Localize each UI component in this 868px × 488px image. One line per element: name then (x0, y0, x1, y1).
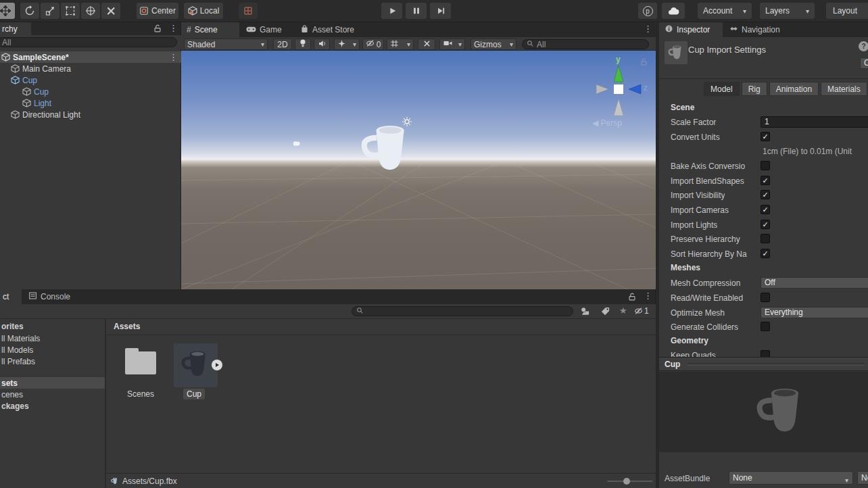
asset-item-cup-model[interactable] (174, 343, 218, 387)
tree-item-all-models[interactable]: ll Models (0, 344, 105, 356)
subtab-animation[interactable]: Animation (769, 82, 819, 96)
rotate-tool-button[interactable] (20, 3, 39, 19)
scene-tools-button[interactable] (418, 39, 435, 50)
thumbnail-size-slider[interactable] (607, 481, 652, 482)
subtab-model[interactable]: Model (704, 82, 740, 96)
tree-item-packages[interactable]: ckages (0, 400, 105, 412)
scene-grid-dropdown[interactable]: ▾ (387, 39, 414, 50)
hierarchy-item-scene[interactable]: SampleScene* ⋮ (0, 51, 181, 63)
slider-thumb[interactable] (623, 478, 630, 485)
preview-header[interactable]: Cup (659, 357, 868, 371)
mesh-compression-dropdown[interactable]: Off (761, 277, 868, 289)
scene-search-input[interactable]: All (522, 39, 649, 49)
perspective-label[interactable]: ◀ Persp (592, 118, 622, 128)
scene-menu-icon[interactable]: ⋮ (169, 53, 178, 62)
hierarchy-item-cup-prefab[interactable]: Cup (0, 74, 181, 86)
custom-tool-button[interactable] (101, 3, 120, 19)
scene-viewport[interactable]: y z ◀ Persp (181, 51, 656, 289)
asset-preview-area[interactable] (659, 372, 868, 452)
preview-title: Cup (665, 360, 680, 369)
readwrite-checkbox[interactable] (761, 293, 770, 302)
tab-inspector[interactable]: Inspector (659, 22, 723, 37)
hierarchy-item-cup-child[interactable]: Cup (0, 86, 181, 97)
pivot-center-button[interactable]: Center (137, 3, 178, 19)
expand-asset-icon[interactable] (212, 360, 222, 370)
scene-lighting-button[interactable] (295, 39, 311, 50)
tree-item-assets[interactable]: sets (0, 377, 105, 389)
asset-thumbnail[interactable] (665, 41, 688, 64)
2d-toggle-button[interactable]: 2D (273, 39, 292, 50)
asset-label-scenes[interactable]: Scenes (124, 389, 158, 399)
layers-dropdown[interactable]: Layers ▾ (760, 3, 815, 19)
grid-snap-button[interactable] (239, 3, 258, 19)
preserve-hierarchy-checkbox[interactable] (761, 234, 770, 243)
filter-by-type-icon[interactable] (580, 306, 590, 318)
pause-button[interactable] (406, 3, 427, 19)
scene-visibility-button[interactable]: 0 (362, 39, 384, 50)
open-button[interactable]: O (860, 57, 868, 69)
asset-label-cup[interactable]: Cup (183, 389, 205, 399)
import-cameras-checkbox[interactable]: ✓ (761, 205, 770, 214)
hierarchy-item-directional-light[interactable]: Directional Light (0, 109, 181, 120)
help-icon[interactable]: ? (859, 41, 868, 51)
scale-factor-field[interactable]: 1 (761, 116, 868, 128)
scale-tool-button[interactable] (41, 3, 59, 19)
pivot-local-button[interactable]: Local (184, 3, 223, 19)
layout-dropdown[interactable]: Layout (826, 3, 868, 19)
tab-asset-store[interactable]: Asset Store (295, 22, 369, 37)
import-lights-checkbox[interactable]: ✓ (761, 220, 770, 229)
hierarchy-item-light[interactable]: Light (0, 97, 181, 109)
cloud-services-button[interactable] (662, 3, 685, 19)
tab-navigation[interactable]: Navigation (724, 22, 792, 37)
tab-project[interactable]: ct (0, 289, 22, 304)
subtab-rig[interactable]: Rig (742, 82, 767, 96)
subtab-materials[interactable]: Materials (821, 82, 867, 96)
tree-item-scenes[interactable]: cenes (0, 389, 105, 400)
version-control-button[interactable]: p (638, 3, 657, 19)
asset-item-scenes-folder[interactable] (124, 347, 158, 391)
hidden-eye-icon[interactable] (634, 306, 644, 318)
scene-effects-dropdown[interactable]: ▾ (334, 39, 360, 50)
tree-item-all-prefabs[interactable]: ll Prefabs (0, 356, 105, 367)
scene-audio-button[interactable] (314, 39, 330, 50)
transform-tool-button[interactable] (81, 3, 100, 19)
shading-mode-dropdown[interactable]: Shaded ▾ (184, 39, 268, 50)
bake-axis-checkbox[interactable] (761, 161, 770, 170)
optimize-mesh-dropdown[interactable]: Everything (761, 307, 868, 318)
account-dropdown[interactable]: Account ▾ (698, 3, 752, 19)
hierarchy-menu-icon[interactable]: ⋮ (169, 24, 178, 32)
import-visibility-checkbox[interactable]: ✓ (761, 190, 770, 199)
tab-game[interactable]: Game (241, 22, 293, 37)
gizmo-lock-icon[interactable] (640, 57, 648, 68)
tab-console[interactable]: Console (23, 289, 81, 304)
assetbundle-variant-dropdown[interactable]: None (857, 471, 868, 485)
lock-icon[interactable] (153, 24, 162, 35)
scene-cup-model[interactable] (354, 122, 421, 178)
move-tool-button[interactable] (0, 3, 15, 19)
filter-by-label-icon[interactable] (600, 306, 610, 318)
camera-gizmo-icon[interactable] (292, 140, 302, 147)
assetbundle-dropdown[interactable]: None ▾ (729, 471, 853, 485)
scene-camera-dropdown[interactable]: ▾ (439, 39, 465, 50)
project-search-input[interactable] (352, 306, 573, 316)
project-menu-icon[interactable]: ⋮ (644, 292, 652, 300)
tab-hierarchy[interactable]: rchy (0, 22, 31, 35)
tree-item-all-materials[interactable]: ll Materials (0, 333, 105, 344)
assets-breadcrumb[interactable]: Assets (114, 322, 140, 331)
hierarchy-item-main-camera[interactable]: Main Camera (0, 63, 181, 74)
sort-hierarchy-checkbox[interactable]: ✓ (761, 249, 770, 258)
generate-colliders-checkbox[interactable] (761, 322, 770, 331)
import-blendshapes-checkbox[interactable]: ✓ (761, 176, 770, 185)
rect-tool-button[interactable] (61, 3, 80, 19)
tree-item-favorites[interactable]: orites (0, 320, 105, 332)
convert-units-checkbox[interactable]: ✓ (761, 132, 770, 141)
tab-scene[interactable]: # Scene (181, 22, 239, 37)
light-gizmo-icon[interactable] (402, 116, 412, 127)
hierarchy-search-input[interactable]: All (0, 37, 177, 47)
step-button[interactable] (430, 3, 451, 19)
favorites-star-icon[interactable]: ★ (619, 306, 627, 316)
scene-menu-icon[interactable]: ⋮ (644, 25, 652, 33)
gizmos-dropdown[interactable]: Gizmos ▾ (471, 39, 516, 50)
play-button[interactable] (381, 3, 402, 19)
lock-icon[interactable] (627, 292, 637, 303)
